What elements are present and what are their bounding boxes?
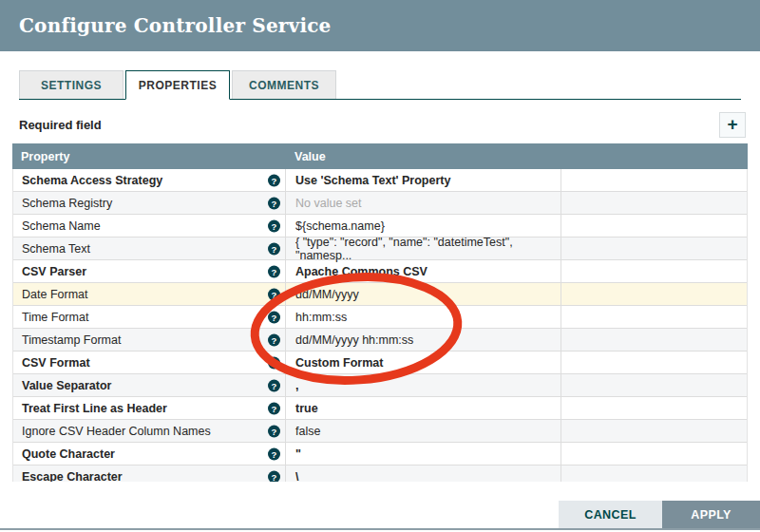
property-value: No value set xyxy=(295,197,361,210)
property-name: Schema Name xyxy=(22,219,101,233)
property-value-cell[interactable]: No value set xyxy=(286,192,561,214)
property-value-cell[interactable]: true xyxy=(286,397,561,419)
table-row: Schema Name ? ${schema.name} xyxy=(13,215,747,238)
property-value-cell[interactable]: " xyxy=(286,443,561,465)
property-value: , xyxy=(295,379,298,392)
table-row: CSV Format ? Custom Format xyxy=(13,352,747,374)
property-extra-cell xyxy=(561,352,747,373)
property-value-cell[interactable]: { "type": "record", "name": "datetimeTes… xyxy=(286,238,561,259)
property-name: Quote Character xyxy=(22,447,115,461)
property-extra-cell xyxy=(561,466,747,482)
property-value: " xyxy=(295,447,301,461)
property-extra-cell xyxy=(561,443,747,465)
property-name-cell: Time Format ? xyxy=(13,306,286,328)
tab-properties[interactable]: PROPERTIES xyxy=(125,70,230,100)
tab-settings[interactable]: SETTINGS xyxy=(19,70,124,99)
table-row: Value Separator ? , xyxy=(13,374,747,397)
question-mark-icon[interactable]: ? xyxy=(268,379,280,391)
property-name: Time Format xyxy=(22,311,88,324)
table-row: Treat First Line as Header ? true xyxy=(13,397,747,420)
question-mark-icon[interactable]: ? xyxy=(268,288,280,300)
property-value-cell[interactable]: hh:mm:ss xyxy=(286,306,561,328)
property-name: Treat First Line as Header xyxy=(22,402,167,415)
property-value-cell[interactable]: Custom Format xyxy=(286,352,561,373)
property-value: { "type": "record", "name": "datetimeTes… xyxy=(295,236,560,262)
property-name-cell: Timestamp Format ? xyxy=(13,329,286,351)
add-property-button[interactable]: + xyxy=(719,112,746,138)
property-name: CSV Format xyxy=(22,356,90,370)
question-mark-icon[interactable]: ? xyxy=(268,311,280,323)
property-name: Escape Character xyxy=(22,470,123,483)
apply-button[interactable]: APPLY xyxy=(662,501,760,528)
property-value: hh:mm:ss xyxy=(295,311,347,324)
property-value-cell[interactable]: \ xyxy=(286,466,561,482)
question-mark-icon[interactable]: ? xyxy=(268,356,280,369)
table-row: Date Format ? dd/MM/yyyy xyxy=(13,283,747,306)
table-row: Escape Character ? \ xyxy=(13,466,747,482)
property-extra-cell xyxy=(561,169,747,191)
table-row: Time Format ? hh:mm:ss xyxy=(13,306,747,329)
property-name-cell: Escape Character ? xyxy=(13,466,286,482)
table-row: Schema Access Strategy ? Use 'Schema Tex… xyxy=(13,169,747,192)
property-value: false xyxy=(295,425,320,438)
property-value: Custom Format xyxy=(295,356,383,370)
table-row: CSV Parser ? Apache Commons CSV xyxy=(13,260,747,283)
property-extra-cell xyxy=(561,374,747,396)
property-name-cell: Value Separator ? xyxy=(13,374,286,396)
property-name: Ignore CSV Header Column Names xyxy=(22,425,211,438)
question-mark-icon[interactable]: ? xyxy=(268,174,280,186)
table-row: Timestamp Format ? dd/MM/yyyy hh:mm:ss xyxy=(13,329,747,352)
property-value: Apache Commons CSV xyxy=(295,265,428,278)
question-mark-icon[interactable]: ? xyxy=(268,470,280,482)
table-body: Schema Access Strategy ? Use 'Schema Tex… xyxy=(12,169,748,482)
properties-toolbar: Required field + xyxy=(19,111,746,138)
property-extra-cell xyxy=(561,329,747,351)
property-name: Date Format xyxy=(22,288,87,301)
question-mark-icon[interactable]: ? xyxy=(268,333,280,346)
property-name-cell: Treat First Line as Header ? xyxy=(13,397,286,419)
property-extra-cell xyxy=(561,260,747,282)
property-value: Use 'Schema Text' Property xyxy=(295,174,450,187)
property-value-cell[interactable]: false xyxy=(286,420,561,442)
property-value-cell[interactable]: ${schema.name} xyxy=(286,215,561,237)
table-row: Ignore CSV Header Column Names ? false xyxy=(13,420,747,443)
question-mark-icon[interactable]: ? xyxy=(268,425,280,437)
table-row: Quote Character ? " xyxy=(13,443,747,466)
table-row: Schema Text ? { "type": "record", "name"… xyxy=(13,238,747,260)
property-name-cell: Schema Registry ? xyxy=(13,192,286,214)
property-value-cell[interactable]: dd/MM/yyyy xyxy=(286,283,561,305)
table-header-property: Property xyxy=(12,150,285,163)
question-mark-icon[interactable]: ? xyxy=(268,242,280,255)
property-name-cell: Ignore CSV Header Column Names ? xyxy=(13,420,286,442)
cancel-button[interactable]: CANCEL xyxy=(559,501,662,528)
dialog-bottom-divider xyxy=(0,528,760,530)
property-value: true xyxy=(295,402,318,415)
property-name-cell: CSV Format ? xyxy=(13,352,286,373)
property-extra-cell xyxy=(561,192,747,214)
question-mark-icon[interactable]: ? xyxy=(268,402,280,414)
property-value: ${schema.name} xyxy=(295,219,385,233)
property-extra-cell xyxy=(561,420,747,442)
question-mark-icon[interactable]: ? xyxy=(268,265,280,277)
dialog-title: Configure Controller Service xyxy=(19,14,332,37)
property-name: Schema Text xyxy=(22,242,90,256)
property-name-cell: Quote Character ? xyxy=(13,443,286,465)
question-mark-icon[interactable]: ? xyxy=(268,447,280,460)
property-value-cell[interactable]: Use 'Schema Text' Property xyxy=(286,169,561,191)
property-name: CSV Parser xyxy=(22,265,86,278)
question-mark-icon[interactable]: ? xyxy=(268,197,280,209)
dialog-header: Configure Controller Service xyxy=(0,0,760,51)
property-name-cell: Schema Access Strategy ? xyxy=(13,169,286,191)
property-extra-cell xyxy=(561,397,747,419)
property-name-cell: Date Format ? xyxy=(13,283,286,305)
property-value-cell[interactable]: dd/MM/yyyy hh:mm:ss xyxy=(286,329,561,351)
property-value-cell[interactable]: , xyxy=(286,374,561,396)
property-extra-cell xyxy=(561,283,747,305)
table-row: Schema Registry ? No value set xyxy=(13,192,747,215)
property-value-cell[interactable]: Apache Commons CSV xyxy=(286,260,561,282)
tab-bar: SETTINGS PROPERTIES COMMENTS xyxy=(19,70,741,100)
table-header-value: Value xyxy=(285,150,560,163)
tab-comments[interactable]: COMMENTS xyxy=(232,70,336,99)
question-mark-icon[interactable]: ? xyxy=(268,219,280,232)
property-name-cell: Schema Name ? xyxy=(13,215,286,237)
